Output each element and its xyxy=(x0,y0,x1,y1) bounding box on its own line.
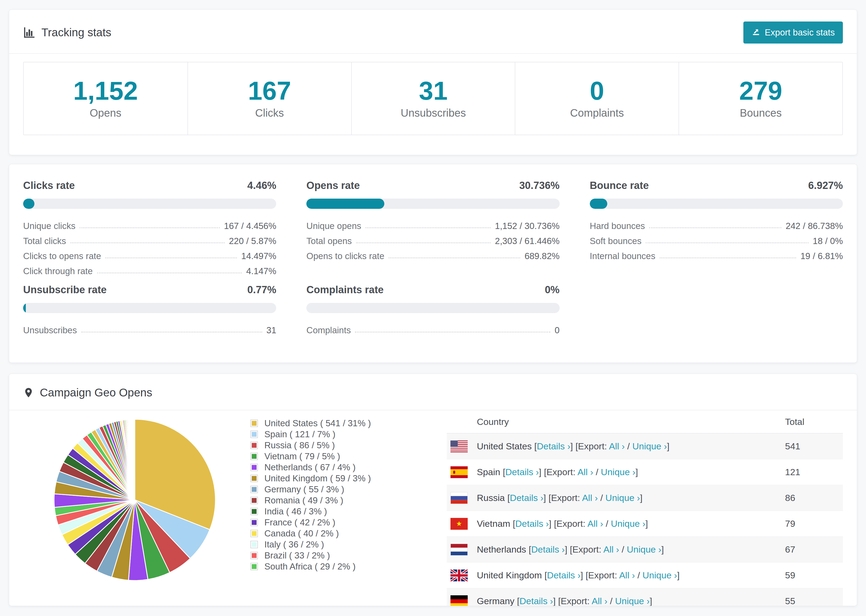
stat-card-opens: 1,152Opens xyxy=(24,62,187,135)
export-unique-link[interactable]: Unique › xyxy=(627,544,661,555)
legend-item-romania: Romania ( 49 / 3% ) xyxy=(250,495,401,506)
legend-swatch xyxy=(250,453,258,460)
stat-value: 1,152 xyxy=(24,77,187,104)
opens-rate-block: Opens rate30.736%Unique opens1,152 / 30.… xyxy=(306,179,559,277)
export-unique-link[interactable]: Unique › xyxy=(605,493,640,503)
legend-item-brazil: Brazil ( 33 / 2% ) xyxy=(250,550,401,561)
legend-label: United States ( 541 / 31% ) xyxy=(265,418,371,428)
legend-swatch xyxy=(250,497,258,504)
dotted-leader xyxy=(71,242,225,243)
progress-bar xyxy=(23,303,276,313)
progress-bar-fill xyxy=(23,199,35,209)
progress-bar-fill xyxy=(23,303,26,313)
table-row-spain: Spain [Details ›] [Export: All › / Uniqu… xyxy=(447,459,843,485)
legend-swatch xyxy=(250,464,258,471)
stat-line-hard-bounces: Hard bounces242 / 86.738% xyxy=(590,217,843,232)
details-link[interactable]: Details › xyxy=(515,519,549,529)
stat-label: Opens xyxy=(24,107,187,119)
legend-label: South Africa ( 29 / 2% ) xyxy=(265,561,356,572)
us-flag-icon xyxy=(447,440,477,452)
details-link[interactable]: Details › xyxy=(547,570,581,580)
geo-opens-header: Campaign Geo Opens xyxy=(9,374,857,410)
export-unique-link[interactable]: Unique › xyxy=(632,441,667,451)
country-name: United Kingdom xyxy=(477,570,542,580)
progress-bar xyxy=(590,199,843,209)
export-all-link[interactable]: All › xyxy=(582,493,598,503)
stat-value: 279 xyxy=(679,77,842,104)
country-name: Germany xyxy=(477,596,515,606)
legend-label: Italy ( 36 / 2% ) xyxy=(265,539,324,550)
dotted-leader xyxy=(649,227,781,228)
total-column-header: Total xyxy=(785,416,843,427)
export-unique-link[interactable]: Unique › xyxy=(601,467,636,477)
country-name: United States xyxy=(477,441,532,451)
country-total: 59 xyxy=(785,570,843,580)
country-name: Russia xyxy=(477,493,505,503)
progress-bar xyxy=(306,199,559,209)
rate-title: Opens rate xyxy=(306,179,360,192)
stat-label: Unsubscribes xyxy=(352,107,515,119)
export-basic-stats-button[interactable]: Export basic stats xyxy=(743,22,843,44)
details-link[interactable]: Details › xyxy=(537,441,570,451)
stat-line-internal-bounces: Internal bounces19 / 6.81% xyxy=(590,247,843,262)
geo-opens-title-text: Campaign Geo Opens xyxy=(40,386,152,399)
export-all-link[interactable]: All › xyxy=(587,519,603,529)
pie-slice xyxy=(134,419,135,500)
progress-bar-fill xyxy=(306,199,384,209)
stat-line-click-through-rate: Click through rate4.147% xyxy=(23,262,276,277)
export-all-link[interactable]: All › xyxy=(578,467,593,477)
legend-label: Brazil ( 33 / 2% ) xyxy=(265,550,330,561)
legend-label: Vietnam ( 79 / 5% ) xyxy=(265,451,340,462)
dotted-leader xyxy=(105,258,237,258)
export-all-link[interactable]: All › xyxy=(609,441,625,451)
stat-label: Bounces xyxy=(679,107,842,119)
rate-value: 0% xyxy=(545,284,560,296)
stat-line-unique-clicks: Unique clicks167 / 4.456% xyxy=(23,217,276,232)
legend-item-russia: Russia ( 86 / 5% ) xyxy=(250,440,401,451)
country-column-header: Country xyxy=(477,416,785,427)
export-all-link[interactable]: All › xyxy=(592,596,608,606)
table-row-germany: Germany [Details ›] [Export: All › / Uni… xyxy=(447,588,843,606)
dotted-leader xyxy=(660,258,796,258)
country-total: 67 xyxy=(785,544,843,555)
details-link[interactable]: Details › xyxy=(505,467,539,477)
details-link[interactable]: Details › xyxy=(520,596,553,606)
tracking-stats-title-text: Tracking stats xyxy=(41,26,111,39)
es-flag-icon xyxy=(447,466,477,478)
dotted-leader xyxy=(356,242,491,243)
dotted-leader xyxy=(355,332,550,332)
legend-label: Spain ( 121 / 7% ) xyxy=(265,429,335,439)
stat-line-soft-bounces: Soft bounces18 / 0% xyxy=(590,232,843,247)
details-link[interactable]: Details › xyxy=(510,493,543,503)
legend-swatch xyxy=(250,519,258,526)
legend-label: India ( 46 / 3% ) xyxy=(265,506,327,517)
vn-flag-icon xyxy=(447,518,477,530)
nl-flag-icon xyxy=(447,544,477,556)
country-total: 121 xyxy=(785,467,843,477)
dashboard-page: Tracking stats Export basic stats 1,152O… xyxy=(0,0,866,606)
export-all-link[interactable]: All › xyxy=(603,544,619,555)
export-all-link[interactable]: All › xyxy=(619,570,635,580)
stat-value: 167 xyxy=(188,77,351,104)
stat-line-complaints: Complaints0 xyxy=(306,321,559,336)
stat-card-bounces: 279Bounces xyxy=(679,62,842,135)
legend-label: Germany ( 55 / 3% ) xyxy=(265,484,344,495)
progress-bar xyxy=(306,303,559,313)
export-unique-link[interactable]: Unique › xyxy=(615,596,650,606)
country-name: Netherlands xyxy=(477,544,526,555)
export-unique-link[interactable]: Unique › xyxy=(611,519,646,529)
stat-line-total-opens: Total opens2,303 / 61.446% xyxy=(306,232,559,247)
legend-label: United Kingdom ( 59 / 3% ) xyxy=(265,473,371,484)
gb-flag-icon xyxy=(447,569,477,581)
geo-legend: United States ( 541 / 31% )Spain ( 121 /… xyxy=(250,418,401,572)
country-total: 79 xyxy=(785,519,843,529)
export-icon xyxy=(751,27,761,38)
stat-label: Clicks xyxy=(188,107,351,119)
legend-item-spain: Spain ( 121 / 7% ) xyxy=(250,429,401,440)
dotted-leader xyxy=(80,227,219,228)
legend-label: Russia ( 86 / 5% ) xyxy=(265,440,335,451)
export-unique-link[interactable]: Unique › xyxy=(642,570,677,580)
geo-opens-card: Campaign Geo Opens United States ( 541 /… xyxy=(9,374,857,606)
geo-pie-chart xyxy=(51,416,218,583)
details-link[interactable]: Details › xyxy=(531,544,565,555)
